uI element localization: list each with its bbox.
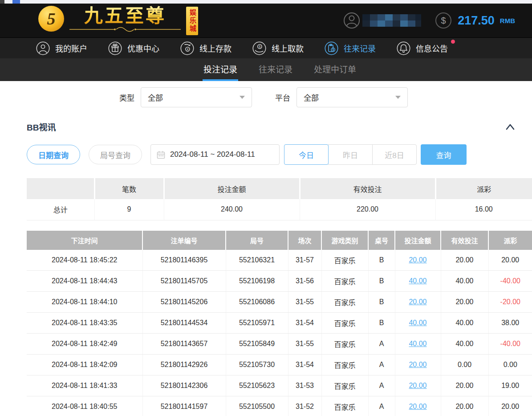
table-cell: 521801142306: [142, 375, 226, 396]
cell-bet-amount: 40.00: [395, 271, 441, 292]
section-header: BB视讯: [27, 121, 516, 133]
table-cell: A: [368, 355, 395, 375]
bet-records-table: 下注时间 注单编号 局号 场次 游戏类别 桌号 投注金额 有效投注 派彩 202…: [27, 231, 532, 416]
table-cell: 552105730: [226, 355, 288, 375]
chevron-up-icon[interactable]: [504, 122, 516, 132]
table-row: 2024-08-11 18:42:09521801142926552105730…: [27, 355, 532, 375]
table-cell: A: [368, 375, 395, 396]
table-cell: 2024-08-11 18:40:55: [27, 396, 142, 416]
calendar-icon: [157, 151, 165, 159]
table-cell: 40.00: [441, 334, 488, 355]
platform-select-value: 全部: [304, 92, 319, 103]
table-cell: 20.00: [441, 292, 488, 313]
summary-valid-bet: 220.00: [300, 199, 435, 220]
page: 5 九五至尊 娱乐城: [0, 0, 532, 416]
type-select[interactable]: 全部: [141, 87, 252, 107]
col-bet-time: 下注时间: [27, 231, 142, 250]
table-cell: 2024-08-11 18:41:33: [27, 375, 142, 396]
table-cell: -20.00: [488, 292, 532, 313]
tab-bet-records[interactable]: 投注记录: [203, 58, 238, 81]
cell-bet-amount: 20.00: [395, 292, 441, 313]
platform-select[interactable]: 全部: [296, 87, 408, 107]
nav-label: 线上取款: [272, 42, 304, 54]
yesterday-button[interactable]: 昨日: [328, 144, 373, 165]
bet-amount-link[interactable]: 40.00: [409, 277, 426, 285]
table-cell: 552106086: [226, 292, 288, 313]
table-cell: 2024-08-11 18:44:10: [27, 292, 142, 313]
table-cell: 521801143657: [142, 334, 226, 355]
table-cell: B: [368, 250, 395, 271]
balance-display[interactable]: $ 217.50 RMB: [435, 12, 515, 29]
table-cell: 521801144534: [142, 313, 226, 334]
table-row: 2024-08-11 18:41:33521801142306552105623…: [27, 375, 532, 396]
table-cell: 百家乐: [321, 396, 368, 416]
today-button[interactable]: 今日: [284, 144, 329, 165]
nav-item-transaction-records[interactable]: 往来记录: [324, 41, 376, 56]
table-cell: 百家乐: [321, 292, 368, 313]
table-cell: B: [368, 313, 395, 334]
quick-range-group: 今日 昨日 近8日: [284, 144, 417, 165]
bet-amount-link[interactable]: 20.00: [409, 298, 426, 306]
summary-header-payout: 派彩: [435, 178, 532, 199]
filter-row: 类型 全部 平台 全部: [0, 87, 532, 107]
nav-item-promotions[interactable]: 优惠中心: [108, 41, 159, 56]
bet-amount-link[interactable]: 20.00: [409, 382, 426, 389]
nav-item-withdraw[interactable]: $ 线上取款: [252, 41, 304, 56]
round-query-button[interactable]: 局号查询: [89, 145, 142, 164]
last8days-button[interactable]: 近8日: [372, 144, 417, 165]
tab-transaction-records[interactable]: 往来记录: [258, 58, 293, 81]
table-row: 2024-08-11 18:44:43521801145705552106198…: [27, 271, 532, 292]
date-query-button[interactable]: 日期查询: [27, 145, 80, 164]
table-cell: 百家乐: [321, 375, 368, 396]
table-cell: 552105500: [226, 396, 288, 416]
brand-logo[interactable]: 5 九五至尊 娱乐城: [38, 6, 198, 35]
table-cell: 百家乐: [321, 313, 368, 334]
nav-item-announcements[interactable]: 信息公告: [396, 41, 448, 56]
balance-amount: 217.50: [458, 14, 495, 28]
table-cell: 0.00: [441, 355, 488, 375]
bet-amount-link[interactable]: 40.00: [409, 340, 426, 347]
bet-amount-link[interactable]: 20.00: [409, 256, 426, 264]
nav-label: 信息公告: [416, 42, 448, 54]
nav-item-my-account[interactable]: 我的账户: [36, 41, 87, 56]
table-cell: 521801145705: [142, 271, 226, 292]
browser-edge-strip: [0, 0, 532, 4]
table-cell: 2024-08-11 18:44:43: [27, 271, 142, 292]
search-button[interactable]: 查询: [421, 144, 467, 165]
nav-item-deposit[interactable]: ¥ 线上存款: [180, 41, 231, 56]
summary-corner: [27, 178, 94, 199]
type-select-value: 全部: [148, 92, 163, 103]
logo-flourish-icon: [69, 26, 181, 33]
col-round-number: 局号: [226, 231, 288, 250]
table-cell: A: [368, 334, 395, 355]
brand-badge: 娱乐城: [186, 7, 198, 35]
bell-icon: [396, 41, 411, 56]
col-valid-bet: 有效投注: [441, 231, 488, 250]
table-row: 2024-08-11 18:40:55521801141597552105500…: [27, 396, 532, 416]
user-account[interactable]: [343, 12, 421, 29]
avatar-icon: [343, 12, 361, 29]
bet-amount-link[interactable]: 20.00: [409, 361, 426, 368]
bet-amount-link[interactable]: 20.00: [409, 403, 426, 410]
col-order-number: 注单编号: [142, 231, 226, 250]
main-nav: 我的账户 优惠中心 ¥ 线上存款: [0, 37, 532, 58]
table-cell: B: [368, 271, 395, 292]
chevron-down-icon: [395, 96, 401, 99]
table-cell: 百家乐: [321, 334, 368, 355]
summary-total-label: 总计: [27, 199, 94, 220]
table-cell: 31-53: [288, 375, 321, 396]
summary-header-bet-amount: 投注金额: [164, 178, 300, 199]
bet-table-body: 2024-08-11 18:45:22521801146395552106321…: [27, 250, 532, 416]
date-range-value: 2024-08-11 ~ 2024-08-11: [170, 150, 255, 159]
table-cell: 百家乐: [321, 271, 368, 292]
table-cell: 521801145206: [142, 292, 226, 313]
bet-amount-link[interactable]: 40.00: [409, 319, 426, 326]
table-cell: 552106198: [226, 271, 288, 292]
table-cell: 2024-08-11 18:45:22: [27, 250, 142, 271]
tab-processing-orders[interactable]: 处理中订单: [313, 58, 357, 81]
user-circle-icon: [36, 41, 50, 56]
col-game-type: 游戏类别: [321, 231, 368, 250]
balance-currency: RMB: [500, 17, 515, 24]
strip-fragment: [12, 0, 20, 4]
date-range-input[interactable]: 2024-08-11 ~ 2024-08-11: [150, 144, 280, 165]
